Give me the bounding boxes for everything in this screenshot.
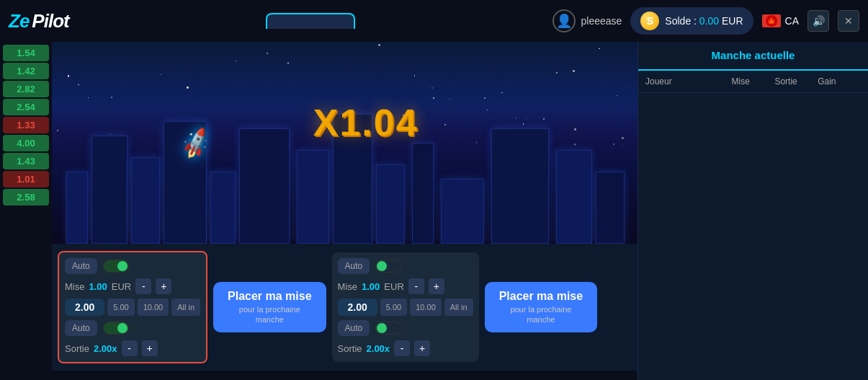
main-layout: 1.541.422.822.541.334.001.431.012.58 🚀 X… [0,42,868,380]
building [297,150,329,244]
sortie-minus-1[interactable]: - [122,340,138,356]
place-bet-button-1[interactable]: Placer ma mise pour la prochaine manche [213,282,326,332]
sortie-label-2: Sortie [338,343,362,354]
mise-minus-1[interactable]: - [135,278,151,294]
star [236,61,236,61]
toggle-2[interactable] [375,260,401,273]
bet-panel-2: Auto Mise 1.00 EUR - + 2.00 5.00 10.00 [332,252,479,362]
amount-allin-2[interactable]: All in [444,299,473,316]
toggle-1b[interactable] [103,322,129,335]
star [111,97,112,98]
place-bet-button-2[interactable]: Placer ma mise pour la prochaine manche [485,282,598,332]
user-section: 👤 pleeease [552,9,622,32]
star [378,44,380,46]
mise-row-2: Mise 1.00 EUR - + [338,278,473,294]
auto-button-2b[interactable]: Auto [338,320,370,336]
multiplier-history-item: 1.54 [3,45,49,61]
building [596,172,625,244]
amount-row-1: 2.00 5.00 10.00 All in [65,299,200,316]
multiplier-history-item: 2.58 [3,189,49,206]
balance-section: S Solde : 0.00 EUR [630,7,753,35]
building [376,164,405,244]
multiplier-history-item: 1.01 [3,171,49,187]
star [501,92,502,93]
star [161,74,161,75]
game-canvas: 🚀 X1.04 [52,42,637,244]
building [131,157,160,244]
building [556,150,592,244]
star [78,84,80,86]
star [573,70,575,72]
header-right: 👤 pleeease S Solde : 0.00 EUR CA 🔊 ✕ [552,7,859,35]
mise-plus-1[interactable]: + [156,278,171,294]
mise-minus-2[interactable]: - [408,278,424,294]
amount-chip-10-1[interactable]: 10.00 [138,299,169,316]
right-panel-header: Manche actuelle [638,42,868,71]
mise-row-1: Mise 1.00 EUR - + [65,278,200,294]
auto-button-2[interactable]: Auto [338,258,370,274]
controls-area: Auto Mise 1.00 EUR - + 2.00 5.00 10.00 [52,244,637,371]
sortie-row-2: Sortie 2.00x - + [338,340,473,356]
col-joueur: Joueur [645,76,732,87]
amount-chip-10-2[interactable]: 10.00 [410,299,442,316]
col-sortie: Sortie [774,76,818,87]
place-bet-label-1: Placer ma [228,290,282,302]
building [210,172,236,244]
sortie-value-2: 2.00x [367,343,390,354]
auto-row-1b: Auto [65,320,200,336]
mise-plus-2[interactable]: + [429,278,444,294]
star [630,87,631,88]
amount-chip-5-1[interactable]: 5.00 [107,299,134,316]
toggle-dot-1 [117,261,127,271]
multiplier-history-item: 1.42 [3,63,49,79]
sortie-minus-2[interactable]: - [394,340,410,356]
star [431,87,433,89]
star [187,87,189,89]
toggle-dot-2b [377,323,387,333]
mise-currency-2: EUR [384,281,403,292]
star [433,97,434,99]
sound-button[interactable]: 🔊 [807,10,829,32]
toggle-dot-2 [377,261,387,271]
amount-allin-1[interactable]: All in [171,299,200,316]
left-sidebar: 1.541.422.822.541.334.001.431.012.58 [0,42,52,380]
country-code: CA [785,15,799,27]
star [267,53,268,54]
toggle-1[interactable] [103,260,129,273]
main-amount-1: 2.00 [65,299,104,316]
building [491,128,549,244]
star [556,72,558,74]
sortie-plus-1[interactable]: + [142,340,158,356]
table-header: Joueur Mise Sortie Gain [638,71,868,93]
star [484,97,486,99]
header-center [69,13,552,29]
building [66,172,88,244]
flag-icon [762,14,781,27]
place-bet-label-4: mise [557,290,583,302]
close-button[interactable]: ✕ [838,10,859,32]
toggle-2b[interactable] [375,322,401,335]
right-panel: Manche actuelle Joueur Mise Sortie Gain [637,42,868,380]
header-tab [266,13,355,29]
multiplier-display: X1.04 [313,101,419,144]
building [91,136,127,244]
sortie-plus-2[interactable]: + [414,340,430,356]
table-body [638,93,868,380]
balance-currency: EUR [722,15,743,27]
mise-value-2: 1.00 [362,281,380,292]
main-amount-2: 2.00 [338,299,377,316]
balance-text: Solde : 0.00 EUR [665,15,743,27]
bet-panel-1: Auto Mise 1.00 EUR - + 2.00 5.00 10.00 [58,251,207,363]
star [287,62,290,64]
place-bet-sub-3: pour la prochaine [499,304,583,314]
star [617,95,617,96]
auto-button-1b[interactable]: Auto [65,320,97,336]
auto-button-1[interactable]: Auto [65,258,97,274]
star [449,99,450,100]
sortie-value-1: 2.00x [94,343,117,354]
username-label: pleeease [581,15,622,27]
auto-row-2: Auto [338,258,473,274]
place-bet-sub-4: manche [499,314,583,324]
amount-chip-5-2[interactable]: 5.00 [380,299,407,316]
building [239,128,290,244]
